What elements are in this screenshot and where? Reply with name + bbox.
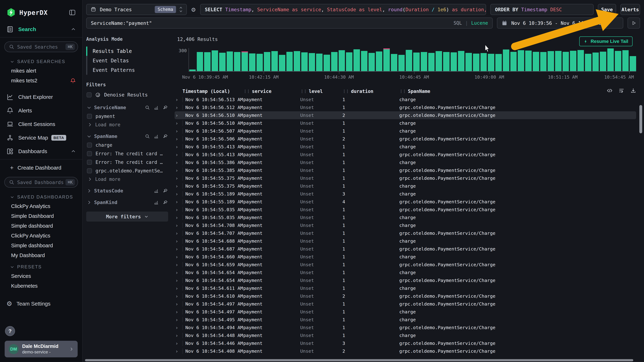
histogram-bar[interactable] xyxy=(585,54,592,71)
histogram-bar[interactable] xyxy=(234,52,240,71)
expand-row-icon[interactable]: › xyxy=(174,191,182,197)
expand-row-icon[interactable]: › xyxy=(174,246,182,252)
resume-live-tail-button[interactable]: Resume Live Tail xyxy=(579,36,633,46)
sql-mode-toggle[interactable]: SQL xyxy=(454,20,462,26)
histogram-bar[interactable] xyxy=(227,51,233,71)
data-source-select[interactable]: Demo Traces Schema xyxy=(86,4,187,15)
histogram-bar[interactable] xyxy=(540,52,547,71)
filter-section-header[interactable]: SpanKind xyxy=(86,198,168,207)
table-row[interactable]: ›Nov 6 10:54:56.506 AMpaymentUnset2grpc.… xyxy=(174,135,636,143)
expand-row-icon[interactable]: › xyxy=(174,230,182,236)
table-row[interactable]: ›Nov 6 10:54:55.189 AMpaymentUnset3charg… xyxy=(174,190,636,198)
column-header-level[interactable]: ⋮⋮level xyxy=(300,89,342,94)
denoise-checkbox[interactable] xyxy=(86,92,92,97)
histogram-bar[interactable] xyxy=(622,50,629,71)
histogram-bar[interactable] xyxy=(279,55,285,71)
expand-row-icon[interactable]: › xyxy=(174,97,182,102)
search-icon[interactable] xyxy=(145,105,150,110)
histogram-bar[interactable] xyxy=(256,54,263,71)
presets-section-header[interactable]: PRESETS xyxy=(0,260,82,271)
histogram-bar[interactable] xyxy=(488,54,494,71)
saved-dashboard-item[interactable]: Simple dashboard xyxy=(0,241,82,250)
code-view-icon[interactable] xyxy=(607,88,612,93)
histogram-bar[interactable] xyxy=(242,52,248,71)
table-row[interactable]: ›Nov 6 10:54:56.510 AMpaymentUnset1charg… xyxy=(174,119,636,127)
preset-item[interactable]: Kubernetes xyxy=(0,281,82,291)
histogram-bar[interactable] xyxy=(406,50,412,71)
histogram-bar[interactable] xyxy=(354,49,360,71)
histogram-bar[interactable] xyxy=(578,50,584,71)
saved-searches-searchbox[interactable]: ⌘K xyxy=(4,41,78,52)
histogram-bar[interactable] xyxy=(495,54,502,71)
histogram-bar[interactable] xyxy=(548,51,554,71)
histogram-bar[interactable] xyxy=(249,53,256,71)
expand-row-icon[interactable]: › xyxy=(174,278,182,283)
histogram-bar[interactable] xyxy=(204,52,210,71)
expand-row-icon[interactable]: › xyxy=(174,105,182,110)
expand-row-icon[interactable]: › xyxy=(174,317,182,323)
load-more-button[interactable]: Load more xyxy=(86,175,168,184)
table-row[interactable]: ›Nov 6 10:54:54.688 AMpaymentUnset1charg… xyxy=(174,237,636,245)
expand-row-icon[interactable]: › xyxy=(174,120,182,126)
user-card[interactable]: DM Dale McDiarmid demo-service - xyxy=(5,341,78,357)
filter-section-header[interactable]: ServiceName xyxy=(86,103,168,112)
histogram-bar[interactable] xyxy=(615,51,621,71)
save-button[interactable]: Save xyxy=(598,4,616,15)
select-clause-editor[interactable]: SELECT Timestamp, ServiceName as service… xyxy=(200,4,486,15)
denoise-results-toggle[interactable]: Denoise Results xyxy=(86,92,168,98)
saved-dashboard-item[interactable]: ClickPy Analytics xyxy=(0,231,82,241)
sidebar-item-search[interactable]: Search xyxy=(0,22,82,36)
histogram-bar[interactable] xyxy=(570,51,576,71)
expand-row-icon[interactable]: › xyxy=(174,152,182,158)
expand-row-icon[interactable]: › xyxy=(174,183,182,189)
saved-dashboards-input[interactable] xyxy=(17,180,66,185)
column-header-timestamp[interactable]: Timestamp (Local) xyxy=(182,89,243,94)
histogram-bar[interactable] xyxy=(219,53,226,71)
table-row[interactable]: ›Nov 6 10:54:54.497 AMpaymentUnset1charg… xyxy=(174,308,636,316)
column-grip-icon[interactable]: ⋮⋮ xyxy=(243,89,250,93)
histogram-bar[interactable] xyxy=(324,55,330,71)
expand-row-icon[interactable]: › xyxy=(174,325,182,330)
sidebar-item-dashboards[interactable]: Dashboards xyxy=(0,145,82,158)
expand-row-icon[interactable]: › xyxy=(174,270,182,275)
pin-icon[interactable] xyxy=(163,188,168,193)
expand-row-icon[interactable]: › xyxy=(174,254,182,260)
collapse-sidebar-icon[interactable] xyxy=(69,9,76,16)
histogram-bar[interactable] xyxy=(607,48,614,71)
sidebar-item-alerts[interactable]: Alerts xyxy=(0,104,82,117)
table-row[interactable]: ›Nov 6 10:54:55.413 AMpaymentUnset1charg… xyxy=(174,143,636,151)
load-more-button[interactable]: Load more xyxy=(86,121,168,129)
pin-icon[interactable] xyxy=(163,134,168,139)
table-row[interactable]: ›Nov 6 10:54:54.654 AMpaymentUnset1charg… xyxy=(174,269,636,276)
table-row[interactable]: ›Nov 6 10:54:54.497 AMpaymentUnset1grpc.… xyxy=(174,300,636,308)
saved-dashboards-section-header[interactable]: SAVED DASHBOARDS xyxy=(0,190,82,201)
filter-value-option[interactable]: charge xyxy=(86,141,168,149)
histogram-bar[interactable] xyxy=(562,52,569,71)
column-header-spanname[interactable]: ⋮⋮SpanName xyxy=(399,89,636,94)
expand-row-icon[interactable]: › xyxy=(174,341,182,346)
saved-search-item[interactable]: mikes alert xyxy=(0,66,82,76)
wrap-text-icon[interactable] xyxy=(618,88,624,93)
saved-dashboard-item[interactable]: My Dashboard xyxy=(0,250,82,260)
table-row[interactable]: ›Nov 6 10:54:54.660 AMpaymentUnset1charg… xyxy=(174,253,636,261)
table-row[interactable]: ›Nov 6 10:54:55.413 AMpaymentUnset1grpc.… xyxy=(174,151,636,159)
histogram-bar[interactable] xyxy=(331,52,338,71)
analysis-mode-item-event-deltas[interactable]: Event Deltas xyxy=(93,56,135,65)
histogram-bar[interactable] xyxy=(450,52,457,71)
histogram-bar[interactable] xyxy=(436,51,442,71)
table-row[interactable]: ›Nov 6 10:54:56.512 AMpaymentUnset1grpc.… xyxy=(174,103,636,111)
expand-row-icon[interactable]: › xyxy=(174,215,182,220)
sidebar-item-service-map[interactable]: Service Map BETA xyxy=(0,131,82,145)
histogram-bar[interactable] xyxy=(503,49,509,71)
pin-icon[interactable] xyxy=(163,105,168,110)
histogram-bar[interactable] xyxy=(428,53,435,71)
expand-row-icon[interactable]: › xyxy=(174,160,182,165)
filter-value-option[interactable]: grpc.oteldemo.PaymentSe… xyxy=(86,167,168,175)
help-button[interactable]: ? xyxy=(5,326,15,336)
analysis-mode-item-event-patterns[interactable]: Event Patterns xyxy=(93,65,135,75)
histogram-bar[interactable] xyxy=(339,50,345,71)
histogram-bar[interactable] xyxy=(525,51,532,71)
table-row[interactable]: ›Nov 6 10:54:54.654 AMpaymentUnset1grpc.… xyxy=(174,276,636,284)
saved-searches-section-header[interactable]: SAVED SEARCHES xyxy=(0,55,82,66)
histogram-bar[interactable] xyxy=(630,56,636,71)
